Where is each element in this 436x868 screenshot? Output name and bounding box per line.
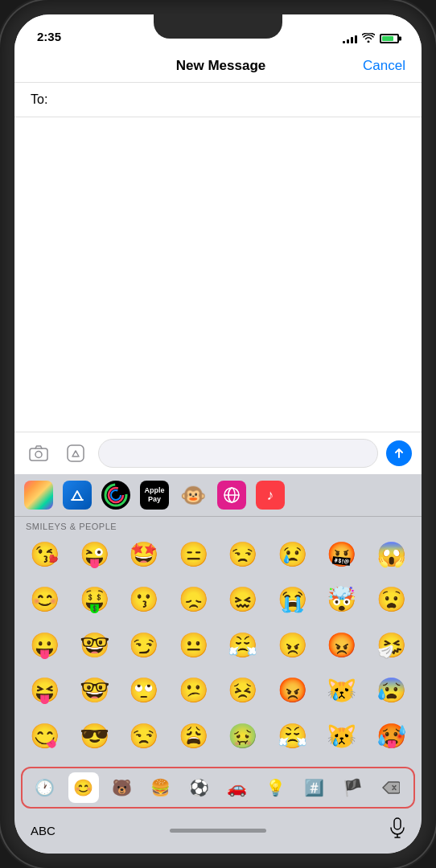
emoji-cell[interactable]: 🤬 xyxy=(318,536,366,571)
music-icon[interactable]: ♪ xyxy=(256,481,285,510)
photos-app-icon[interactable] xyxy=(24,481,53,510)
status-time: 2:35 xyxy=(37,30,61,45)
emoji-cell[interactable]: 😱 xyxy=(368,536,416,571)
home-indicator xyxy=(170,829,266,833)
app-strip: ApplePay 🐵 ♪ xyxy=(14,474,422,517)
emoji-cell[interactable]: 😘 xyxy=(21,536,69,571)
status-icons xyxy=(343,32,399,45)
cat-flags-button[interactable]: 🏴 xyxy=(337,772,368,803)
to-field[interactable]: To: xyxy=(14,83,422,117)
emoji-cell[interactable]: 😤 xyxy=(269,718,317,753)
cat-recent-button[interactable]: 🕐 xyxy=(30,772,60,803)
message-input[interactable] xyxy=(98,439,378,468)
emoji-cell[interactable]: 🥵 xyxy=(368,718,416,753)
svg-point-1 xyxy=(35,452,42,458)
send-button[interactable] xyxy=(386,440,412,466)
emoji-cell[interactable]: 😎 xyxy=(71,718,119,753)
applepay-label: ApplePay xyxy=(144,486,164,504)
cat-symbols-button[interactable]: #️⃣ xyxy=(298,772,329,803)
emoji-cell[interactable]: 🤩 xyxy=(120,536,168,571)
emoji-cell[interactable]: 😢 xyxy=(269,536,317,571)
nav-title: New Message xyxy=(176,58,266,74)
cat-smileys-button[interactable]: 😊 xyxy=(68,772,99,803)
signal-bars-icon xyxy=(343,34,357,43)
svg-rect-0 xyxy=(30,448,47,461)
monkey-icon[interactable]: 🐵 xyxy=(179,481,208,510)
emoji-cell[interactable]: 😐 xyxy=(170,627,218,662)
svg-rect-2 xyxy=(68,445,84,461)
message-toolbar xyxy=(14,432,422,474)
emoji-cell[interactable]: 😿 xyxy=(318,673,366,708)
cat-objects-button[interactable]: 💡 xyxy=(261,772,291,803)
emoji-category-bar: 🕐 😊 🐻 🍔 ⚽ 🚗 💡 #️⃣ 🏴 xyxy=(21,767,415,809)
emoji-cell[interactable]: 😠 xyxy=(269,627,317,662)
bottom-bar: ABC xyxy=(14,812,422,854)
emoji-cell[interactable]: 🤢 xyxy=(219,718,267,753)
cat-travel-button[interactable]: 🚗 xyxy=(222,772,253,803)
emoji-cell[interactable]: 😰 xyxy=(368,673,416,708)
emoji-cell[interactable]: 😞 xyxy=(170,582,218,617)
emoji-cell[interactable]: 😛 xyxy=(21,627,69,662)
emoji-cell[interactable]: 😏 xyxy=(120,627,168,662)
phone-frame: 2:35 xyxy=(0,0,436,868)
emoji-cell[interactable]: 😒 xyxy=(219,536,267,571)
appstore-button[interactable] xyxy=(61,439,90,468)
wifi-icon xyxy=(362,32,375,45)
emoji-cell[interactable]: 🤯 xyxy=(318,582,366,617)
battery-icon xyxy=(380,34,399,43)
cancel-button[interactable]: Cancel xyxy=(363,58,405,74)
emoji-grid: 😘😜🤩😑😒😢🤬😱😊🤑😗😞😖😭🤯😧😛🤓😏😐😤😠😡🤧😝🤓🙄😕😣😡😿😰😋😎😒😩🤢😤😿🥵 xyxy=(14,534,422,764)
emoji-cell[interactable]: 🤧 xyxy=(368,627,416,662)
to-label: To: xyxy=(31,92,47,107)
emoji-cell[interactable]: 🙄 xyxy=(120,673,168,708)
battery-fill xyxy=(382,36,393,41)
emoji-cell[interactable]: 😩 xyxy=(170,718,218,753)
emoji-cell[interactable]: 🤓 xyxy=(71,627,119,662)
signal-bar-1 xyxy=(343,41,345,43)
emoji-cell[interactable]: 😜 xyxy=(71,536,119,571)
emoji-category-label: SMILEYS & PEOPLE xyxy=(14,517,422,534)
svg-point-3 xyxy=(103,482,129,508)
cat-sports-button[interactable]: ⚽ xyxy=(183,772,214,803)
nav-bar: New Message Cancel xyxy=(14,50,422,83)
emoji-cell[interactable]: 🤓 xyxy=(71,673,119,708)
emoji-keyboard: SMILEYS & PEOPLE 😘😜🤩😑😒😢🤬😱😊🤑😗😞😖😭🤯😧😛🤓😏😐😤😠😡… xyxy=(14,517,422,812)
emoji-cell[interactable]: 😝 xyxy=(21,673,69,708)
phone-screen: 2:35 xyxy=(14,14,422,854)
emoji-delete-button[interactable] xyxy=(376,772,406,803)
signal-bar-2 xyxy=(347,39,349,43)
emoji-cell[interactable]: 😋 xyxy=(21,718,69,753)
emoji-cell[interactable]: 😤 xyxy=(219,627,267,662)
mic-button[interactable] xyxy=(389,817,405,843)
signal-bar-4 xyxy=(355,35,357,43)
camera-button[interactable] xyxy=(24,439,53,468)
emoji-cell[interactable]: 😕 xyxy=(170,673,218,708)
emoji-cell[interactable]: 😡 xyxy=(318,627,366,662)
globe-search-icon[interactable] xyxy=(217,481,246,510)
emoji-cell[interactable]: 😣 xyxy=(219,673,267,708)
cat-food-button[interactable]: 🍔 xyxy=(145,772,175,803)
svg-rect-9 xyxy=(394,818,401,829)
emoji-cell[interactable]: 😡 xyxy=(269,673,317,708)
abc-button[interactable]: ABC xyxy=(31,824,56,837)
emoji-cell[interactable]: 🤑 xyxy=(71,582,119,617)
emoji-cell[interactable]: 😑 xyxy=(170,536,218,571)
notch xyxy=(154,14,282,39)
emoji-cell[interactable]: 😧 xyxy=(368,582,416,617)
applepay-icon[interactable]: ApplePay xyxy=(140,481,169,510)
emoji-cell[interactable]: 😿 xyxy=(318,718,366,753)
emoji-cell[interactable]: 😭 xyxy=(269,582,317,617)
emoji-cell[interactable]: 😒 xyxy=(120,718,168,753)
message-area[interactable] xyxy=(14,117,422,432)
cat-animals-button[interactable]: 🐻 xyxy=(106,772,137,803)
signal-bar-3 xyxy=(351,37,353,43)
emoji-cell[interactable]: 😖 xyxy=(219,582,267,617)
emoji-cell[interactable]: 😊 xyxy=(21,582,69,617)
fitness-app-icon[interactable] xyxy=(101,481,130,510)
appstore-app-icon[interactable] xyxy=(63,481,92,510)
emoji-cell[interactable]: 😗 xyxy=(120,582,168,617)
